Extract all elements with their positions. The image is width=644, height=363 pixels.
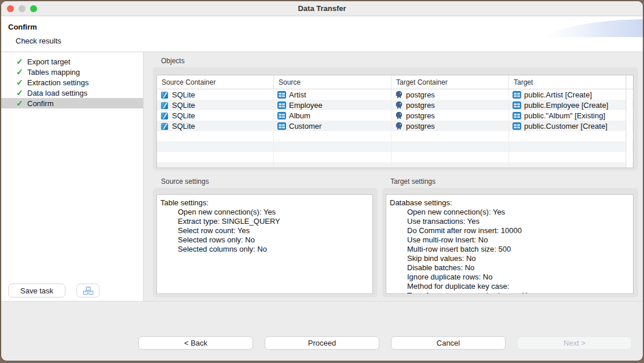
empty-cell bbox=[391, 141, 509, 152]
cell-target: public."Album" [Existing] bbox=[509, 110, 626, 121]
objects-table: Source ContainerSourceTarget ContainerTa… bbox=[156, 75, 634, 168]
cell-source: Artist bbox=[274, 89, 391, 100]
table-icon bbox=[513, 101, 521, 109]
objects-table-row[interactable]: SQLite Artist postgres public.Artist [Cr… bbox=[157, 89, 633, 100]
cell-source-container: SQLite bbox=[157, 89, 274, 100]
settings-line: Skip bind values: No bbox=[390, 254, 628, 263]
settings-line: Use transactions: Yes bbox=[390, 217, 628, 226]
cell-text: Artist bbox=[289, 90, 306, 99]
cell-text: SQLite bbox=[172, 111, 195, 120]
empty-cell bbox=[509, 131, 626, 141]
empty-cell bbox=[509, 152, 626, 162]
step-complete-check-icon: ✓ bbox=[16, 89, 25, 97]
table-scrollbar-gutter bbox=[626, 162, 632, 168]
wizard-step-confirm[interactable]: ✓Confirm bbox=[1, 98, 143, 108]
empty-cell bbox=[509, 162, 626, 168]
task-boxes-icon bbox=[83, 286, 94, 295]
close-window-button[interactable] bbox=[7, 5, 14, 12]
cell-text: public.Customer [Create] bbox=[524, 122, 608, 130]
target-settings-text[interactable]: Database settings:Open new connection(s)… bbox=[386, 194, 634, 294]
next-button[interactable]: Next > bbox=[517, 336, 632, 350]
table-icon bbox=[513, 91, 521, 99]
table-scrollbar-gutter bbox=[626, 152, 632, 162]
objects-table-row[interactable]: SQLite Customer postgres public.Customer… bbox=[157, 121, 633, 131]
table-scrollbar-gutter bbox=[626, 89, 632, 100]
zoom-window-button[interactable] bbox=[30, 5, 37, 12]
postgres-database-icon bbox=[395, 111, 403, 119]
cell-text: SQLite bbox=[172, 90, 195, 99]
table-icon bbox=[277, 112, 286, 119]
wizard-step-tables-mapping[interactable]: ✓Tables mapping bbox=[1, 67, 143, 77]
empty-cell bbox=[157, 152, 274, 162]
cell-text: Customer bbox=[289, 122, 321, 130]
cell-source-container: SQLite bbox=[157, 100, 274, 110]
empty-cell bbox=[157, 131, 274, 141]
proceed-button[interactable]: Proceed bbox=[265, 336, 379, 350]
empty-cell bbox=[274, 131, 391, 141]
cell-source: Album bbox=[274, 110, 391, 121]
settings-line: Transfer auto-generated columns: Yes bbox=[390, 291, 628, 294]
settings-line: Open new connection(s): Yes bbox=[390, 208, 628, 217]
save-task-settings-button[interactable] bbox=[76, 284, 100, 297]
column-header-target[interactable]: Target bbox=[509, 75, 626, 89]
source-settings-text[interactable]: Table settings:Open new connection(s): Y… bbox=[156, 194, 373, 294]
settings-line: Selected rows only: No bbox=[160, 235, 368, 245]
wizard-button-bar: < Back Proceed Cancel Next > bbox=[1, 336, 643, 350]
cell-text: SQLite bbox=[172, 101, 195, 110]
wizard-step-label: Export target bbox=[27, 57, 70, 66]
wizard-content: ✓Export target✓Tables mapping✓Extraction… bbox=[1, 52, 643, 302]
objects-table-body: SQLite Artist postgres public.Artist [Cr… bbox=[157, 89, 633, 168]
step-complete-check-icon: ✓ bbox=[16, 78, 25, 86]
cell-target-container: postgres bbox=[391, 110, 509, 121]
target-settings-group: Target settings Database settings:Open n… bbox=[382, 177, 638, 297]
postgres-database-icon bbox=[395, 90, 403, 99]
objects-table-empty-row bbox=[157, 131, 633, 141]
back-button[interactable]: < Back bbox=[138, 336, 253, 350]
wizard-step-extraction-settings[interactable]: ✓Extraction settings bbox=[1, 77, 143, 88]
objects-table-row[interactable]: SQLite Album postgres public."Album" [Ex… bbox=[157, 110, 633, 121]
objects-group: Objects Source ContainerSourceTarget Con… bbox=[153, 57, 638, 170]
header-banner-decoration bbox=[543, 17, 643, 38]
table-scrollbar-gutter[interactable] bbox=[626, 75, 632, 89]
step-complete-check-icon: ✓ bbox=[16, 57, 25, 66]
sidebar-resize-handle[interactable] bbox=[144, 52, 151, 301]
cancel-button[interactable]: Cancel bbox=[391, 336, 506, 350]
cell-text: public.Artist [Create] bbox=[524, 90, 592, 99]
cell-text: postgres bbox=[406, 90, 435, 99]
settings-line: Do Commit after row insert: 10000 bbox=[390, 226, 628, 235]
sqlite-database-icon bbox=[160, 101, 169, 110]
settings-line: Extract type: SINGLE_QUERY bbox=[160, 217, 368, 226]
wizard-step-data-load-settings[interactable]: ✓Data load settings bbox=[1, 88, 143, 98]
window-controls bbox=[7, 5, 37, 12]
table-icon bbox=[277, 122, 286, 130]
settings-line: Selected columns only: No bbox=[160, 245, 368, 254]
column-header-target-container[interactable]: Target Container bbox=[391, 75, 509, 89]
settings-line: Method for duplicate key case: bbox=[390, 282, 628, 291]
empty-cell bbox=[157, 141, 274, 152]
table-icon bbox=[277, 101, 286, 109]
objects-table-empty-row bbox=[157, 152, 633, 162]
window-titlebar: Data Transfer bbox=[1, 1, 643, 16]
cell-source: Employee bbox=[274, 100, 391, 110]
cell-text: Employee bbox=[289, 101, 323, 110]
table-scrollbar-gutter bbox=[626, 121, 632, 131]
table-scrollbar-gutter bbox=[626, 131, 632, 141]
settings-heading: Table settings: bbox=[160, 198, 368, 208]
settings-line: Select row count: Yes bbox=[160, 226, 368, 235]
cell-target-container: postgres bbox=[391, 100, 509, 110]
settings-line: Disable batches: No bbox=[390, 263, 628, 273]
column-header-source[interactable]: Source bbox=[274, 75, 391, 89]
wizard-step-export-target[interactable]: ✓Export target bbox=[1, 56, 143, 67]
wizard-step-label: Tables mapping bbox=[27, 68, 80, 77]
table-icon bbox=[513, 122, 521, 130]
table-icon bbox=[277, 91, 286, 99]
objects-table-row[interactable]: SQLite Employee postgres public.Employee… bbox=[157, 100, 633, 110]
sidebar-footer: Save task bbox=[8, 284, 100, 297]
column-header-source-container[interactable]: Source Container bbox=[157, 75, 274, 89]
table-scrollbar-gutter bbox=[626, 100, 632, 110]
cell-text: postgres bbox=[406, 122, 435, 130]
save-task-button[interactable]: Save task bbox=[8, 284, 65, 297]
cell-text: Album bbox=[289, 111, 310, 120]
minimize-window-button[interactable] bbox=[19, 5, 25, 12]
empty-cell bbox=[509, 141, 626, 152]
